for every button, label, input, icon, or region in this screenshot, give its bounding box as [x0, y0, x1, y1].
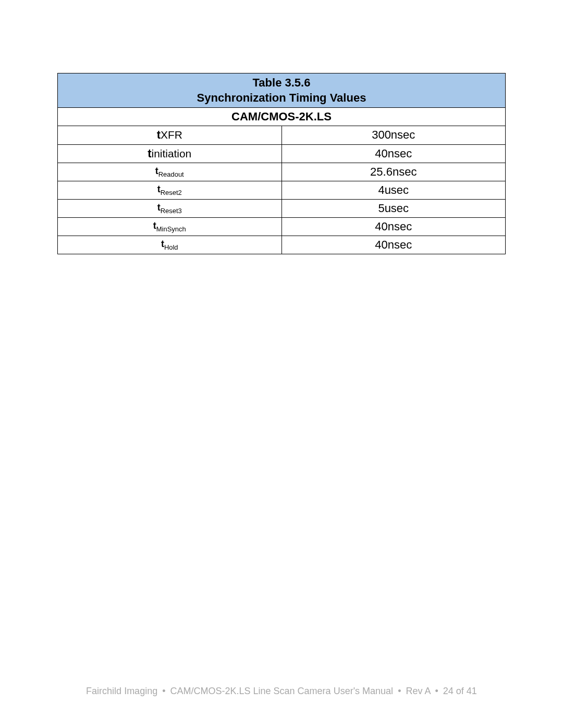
param-cell: tMinSynch	[58, 217, 282, 236]
value-cell: 300nsec	[282, 126, 506, 144]
param-cell: tHold	[58, 236, 282, 254]
table-title-line2: Synchronization Timing Values	[197, 91, 366, 104]
table-row: tMinSynch 40nsec	[58, 217, 506, 236]
param-prefix: t	[148, 147, 151, 160]
param-sub: Readout	[158, 170, 184, 178]
footer-company: Fairchild Imaging	[86, 686, 157, 696]
page: Table 3.5.6 Synchronization Timing Value…	[0, 0, 563, 728]
footer-sep: •	[433, 686, 440, 697]
table-row: tXFR 300nsec	[58, 126, 506, 144]
value-cell: 40nsec	[282, 217, 506, 236]
param-cell: tinitiation	[58, 144, 282, 163]
value-cell: 5usec	[282, 199, 506, 217]
param-sub: initiation	[152, 147, 192, 159]
table-header: Table 3.5.6 Synchronization Timing Value…	[58, 73, 506, 108]
param-prefix: t	[157, 202, 161, 213]
param-sub: Reset3	[161, 207, 182, 215]
param-sub: Hold	[164, 243, 178, 251]
param-prefix: t	[155, 166, 158, 176]
footer-sep: •	[396, 686, 403, 697]
param-prefix: t	[157, 128, 161, 141]
table-row: tHold 40nsec	[58, 236, 506, 254]
param-sub: Reset2	[161, 189, 182, 196]
param-cell: tReset2	[58, 181, 282, 199]
footer-sep: •	[160, 686, 167, 697]
footer-doc: CAM/CMOS-2K.LS Line Scan Camera User's M…	[170, 686, 394, 696]
value-cell: 40nsec	[282, 144, 506, 163]
footer-rev: Rev A	[406, 686, 430, 696]
timing-table: Table 3.5.6 Synchronization Timing Value…	[57, 73, 506, 254]
param-cell: tReset3	[58, 199, 282, 217]
value-cell: 40nsec	[282, 236, 506, 254]
table-row: tinitiation 40nsec	[58, 144, 506, 163]
param-cell: tXFR	[58, 126, 282, 144]
param-sub: MinSynch	[156, 225, 186, 233]
table-row: tReadout 25.6nsec	[58, 163, 506, 181]
footer-page: 24 of 41	[443, 686, 477, 696]
table-row: tReset3 5usec	[58, 199, 506, 217]
param-prefix: t	[153, 220, 156, 231]
page-footer: Fairchild Imaging • CAM/CMOS-2K.LS Line …	[0, 686, 563, 697]
table-row: tReset2 4usec	[58, 181, 506, 199]
table-model: CAM/CMOS-2K.LS	[58, 108, 506, 126]
value-cell: 25.6nsec	[282, 163, 506, 181]
value-cell: 4usec	[282, 181, 506, 199]
param-cell: tReadout	[58, 163, 282, 181]
table-title-line1: Table 3.5.6	[253, 76, 311, 89]
param-prefix: t	[157, 184, 161, 194]
param-sub: XFR	[161, 129, 182, 141]
